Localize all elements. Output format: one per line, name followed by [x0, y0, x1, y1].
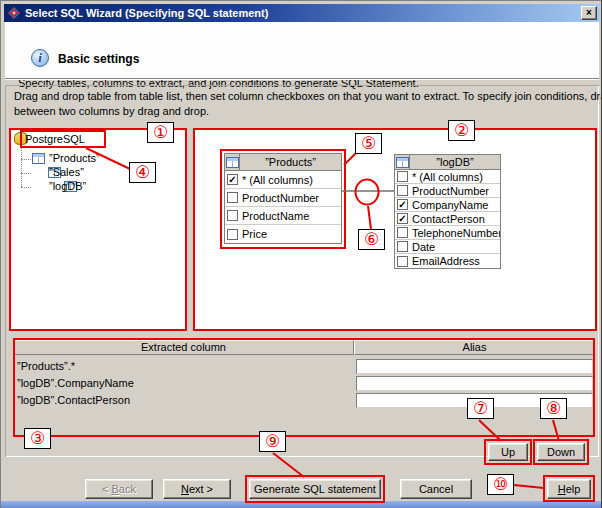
callout-3: ③ [24, 428, 51, 449]
logdb-row-emailaddress[interactable]: EmailAddress [395, 254, 500, 268]
callout-8: ⑧ [540, 398, 567, 419]
products-row-price[interactable]: Price [225, 225, 341, 243]
alias-header[interactable]: Alias [354, 340, 595, 355]
checkbox[interactable] [227, 210, 238, 221]
tree-item-products[interactable]: ”Products” [49, 152, 100, 164]
page-title: Basic settings [58, 52, 139, 66]
products-row-all-columns[interactable]: ✓ * (All columns) [225, 171, 341, 189]
info-icon: i [31, 49, 49, 67]
logdb-row-companyname[interactable]: ✓ CompanyName [395, 198, 500, 212]
extracted-row-label[interactable]: ”logDB”.CompanyName [17, 377, 134, 389]
logdb-table-header[interactable]: ”logDB” [395, 155, 500, 170]
close-button[interactable]: × [581, 6, 597, 20]
column-label: ProductName [242, 210, 309, 222]
back-button: < Back [85, 479, 153, 499]
checkbox[interactable]: ✓ [227, 174, 238, 185]
products-row-productname[interactable]: ProductName [225, 207, 341, 225]
checkbox[interactable] [227, 229, 238, 240]
checkbox[interactable] [397, 241, 408, 252]
tree-connector [21, 173, 31, 174]
callout-10: ⑩ [487, 474, 514, 495]
extracted-column-header[interactable]: Extracted column [13, 340, 354, 355]
taskbar-strip [1, 501, 602, 508]
table-icon [396, 157, 409, 168]
down-button[interactable]: Down [537, 443, 585, 461]
tree-item-logdb[interactable]: ”logDB” [49, 180, 86, 192]
products-column-table: ”Products” ✓ * (All columns) ProductNumb… [224, 153, 342, 244]
title-bar[interactable]: Select SQL Wizard (Specifying SQL statem… [4, 4, 600, 22]
logdb-row-telephonenumber[interactable]: TelephoneNumber [395, 226, 500, 240]
products-table-header[interactable]: ”Products” [225, 154, 341, 171]
checkbox[interactable]: ✓ [397, 199, 408, 210]
logdb-row-contactperson[interactable]: ✓ ContactPerson [395, 212, 500, 226]
extracted-row-label[interactable]: ”Products”.* [17, 360, 75, 372]
callout-5: ⑤ [355, 133, 382, 154]
column-label: ProductNumber [242, 192, 319, 204]
table-select-cell[interactable] [225, 154, 240, 170]
column-label: * (All columns) [412, 171, 483, 183]
products-row-productnumber[interactable]: ProductNumber [225, 189, 341, 207]
column-label: EmailAddress [412, 255, 480, 267]
logdb-row-productnumber[interactable]: ProductNumber [395, 184, 500, 198]
logdb-row-all-columns[interactable]: * (All columns) [395, 170, 500, 184]
wizard-header: i Basic settings Specify tables, columns… [5, 22, 599, 78]
column-label: Price [242, 228, 267, 240]
column-label: CompanyName [412, 199, 488, 211]
callout-1: ① [147, 122, 174, 143]
callout-9: ⑨ [259, 431, 286, 452]
logdb-row-date[interactable]: Date [395, 240, 500, 254]
alias-input-1[interactable] [356, 359, 593, 374]
logdb-column-table: ”logDB” * (All columns) ProductNumber ✓ … [394, 154, 501, 269]
products-table-title: ”Products” [240, 156, 341, 168]
checkbox[interactable] [227, 192, 238, 203]
instruction-line-1: Drag and drop table from table list, the… [14, 90, 602, 102]
app-icon [7, 6, 21, 20]
window-title: Select SQL Wizard (Specifying SQL statem… [25, 7, 268, 19]
tree-item-sales[interactable]: ”Sales” [49, 166, 84, 178]
column-label: ProductNumber [412, 185, 489, 197]
extracted-row-label[interactable]: ”logDB”.ContactPerson [17, 394, 130, 406]
callout-2: ② [448, 120, 475, 141]
column-label: * (All columns) [242, 174, 313, 186]
column-label: Date [412, 241, 435, 253]
tree-connector [21, 187, 31, 188]
checkbox[interactable]: ✓ [397, 213, 408, 224]
tree-connector [21, 159, 31, 160]
callout-6: ⑥ [358, 229, 385, 250]
column-label: ContactPerson [412, 213, 485, 225]
next-button[interactable]: Next > [163, 479, 231, 499]
alias-input-2[interactable] [356, 376, 593, 391]
column-label: TelephoneNumber [412, 227, 500, 239]
tree-connector [21, 147, 22, 187]
header-separator [5, 78, 599, 80]
help-button[interactable]: Help [547, 479, 591, 499]
tree-root-postgresql[interactable]: PostgreSQL [25, 133, 85, 145]
callout-7: ⑦ [467, 398, 494, 419]
table-icon [32, 153, 45, 164]
table-select-cell[interactable] [395, 155, 410, 169]
checkbox[interactable] [397, 171, 408, 182]
instruction-line-2: between two columns by drag and drop. [14, 105, 209, 117]
cancel-button[interactable]: Cancel [400, 479, 472, 499]
generate-sql-button[interactable]: Generate SQL statement [249, 479, 381, 499]
checkbox[interactable] [397, 256, 408, 267]
callout-4: ④ [129, 162, 156, 183]
table-icon [226, 157, 239, 168]
select-sql-wizard-window: Select SQL Wizard (Specifying SQL statem… [0, 0, 602, 508]
checkbox[interactable] [397, 227, 408, 238]
up-button[interactable]: Up [488, 443, 528, 461]
logdb-table-title: ”logDB” [410, 156, 500, 168]
checkbox[interactable] [397, 185, 408, 196]
